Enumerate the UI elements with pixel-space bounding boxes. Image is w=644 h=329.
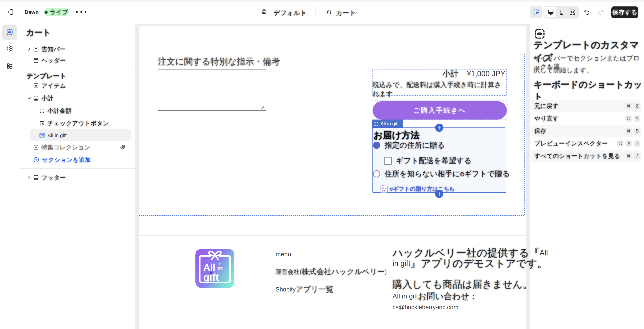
svg-text:gift: gift [382,190,386,192]
svg-text:gift: gift [41,136,43,137]
svg-text:All: All [203,262,215,273]
svg-text:All in: All in [381,187,386,190]
svg-text:in: in [217,265,223,272]
